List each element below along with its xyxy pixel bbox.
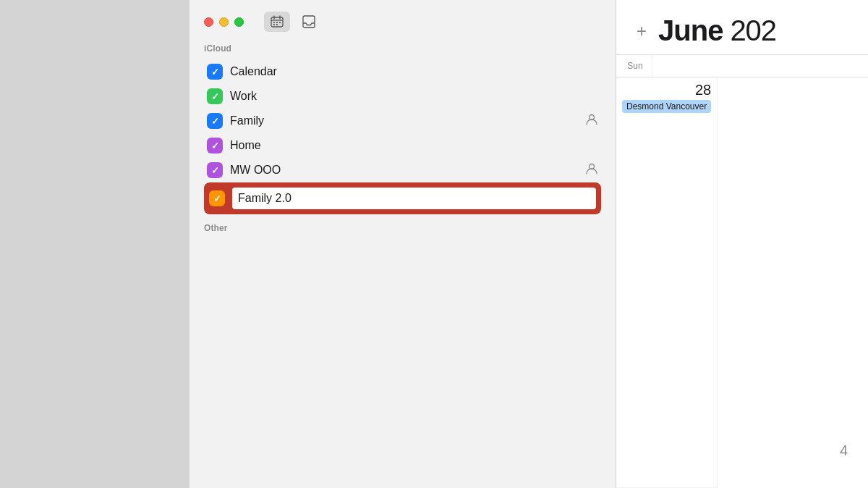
calendar-item-work[interactable]: ✓ Work [204, 84, 601, 109]
traffic-lights [204, 17, 244, 27]
calendar-header: + June 202 [616, 0, 868, 55]
other-section-header: Other [204, 223, 601, 233]
day-name-sun: Sun [616, 55, 652, 77]
checkmark-home: ✓ [211, 140, 219, 151]
maximize-button[interactable] [234, 17, 244, 27]
calendar-main: + June 202 Sun 28 Desmond Vancouver 4 [616, 0, 868, 488]
calendar-cell-28[interactable]: 28 Desmond Vancouver [616, 77, 718, 488]
svg-rect-5 [276, 22, 278, 23]
day-names-row: Sun [616, 55, 868, 77]
calendar-item-family2[interactable]: ✓ [204, 182, 601, 214]
calendar-view-button[interactable] [264, 12, 290, 32]
inbox-icon [302, 15, 315, 28]
calendar-icon [271, 15, 284, 28]
cell-date-28: 28 [622, 82, 711, 98]
inbox-button[interactable] [296, 12, 322, 32]
checkmark-family: ✓ [211, 116, 219, 127]
checkmark-family2: ✓ [213, 193, 221, 204]
calendar-label-family: Family [230, 114, 578, 127]
month-title: June [658, 14, 723, 47]
minimize-button[interactable] [219, 17, 229, 27]
checkbox-calendar[interactable]: ✓ [207, 64, 223, 80]
svg-rect-9 [303, 16, 315, 28]
checkmark-calendar: ✓ [211, 67, 219, 77]
svg-rect-8 [276, 24, 278, 25]
checkmark-work: ✓ [211, 91, 219, 102]
close-button[interactable] [204, 17, 213, 27]
svg-rect-6 [279, 22, 281, 23]
date-number-4: 4 [840, 442, 848, 459]
calendar-name-input[interactable] [232, 188, 596, 209]
calendar-item-family[interactable]: ✓ Family [204, 109, 601, 133]
calendar-label-mwooo: MW OOO [230, 164, 578, 177]
event-desmond[interactable]: Desmond Vancouver [622, 100, 711, 113]
calendar-label-calendar: Calendar [230, 65, 598, 78]
calendar-item-mwooo[interactable]: ✓ MW OOO [204, 158, 601, 182]
app-window: iCloud ✓ Calendar ✓ Work ✓ Family [0, 0, 868, 488]
checkmark-mwooo: ✓ [211, 165, 219, 176]
left-background [0, 0, 190, 488]
calendar-label-work: Work [230, 90, 598, 103]
checkbox-work[interactable]: ✓ [207, 88, 223, 104]
titlebar [190, 0, 616, 41]
calendar-grid: 28 Desmond Vancouver [616, 77, 868, 488]
checkbox-home[interactable]: ✓ [207, 138, 223, 153]
other-section: Other [204, 223, 601, 233]
checkbox-family2[interactable]: ✓ [209, 190, 225, 206]
calendar-item-home[interactable]: ✓ Home [204, 133, 601, 158]
toolbar-buttons [264, 12, 322, 32]
shared-icon-family [585, 113, 598, 129]
year-title: 202 [730, 14, 776, 47]
icloud-section-header: iCloud [204, 43, 601, 54]
calendar-label-home: Home [230, 139, 598, 152]
sidebar: iCloud ✓ Calendar ✓ Work ✓ Family [190, 0, 616, 488]
svg-rect-7 [273, 24, 275, 25]
sidebar-content: iCloud ✓ Calendar ✓ Work ✓ Family [190, 41, 616, 488]
svg-rect-4 [273, 22, 275, 23]
calendar-item-calendar[interactable]: ✓ Calendar [204, 59, 601, 84]
checkbox-family[interactable]: ✓ [207, 113, 223, 129]
shared-icon-mwooo [585, 162, 598, 178]
checkbox-mwooo[interactable]: ✓ [207, 162, 223, 178]
add-event-button[interactable]: + [637, 22, 658, 40]
